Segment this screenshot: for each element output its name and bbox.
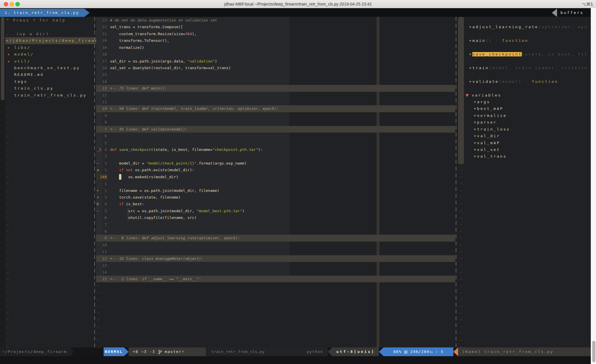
token: val_set = QuerySet(root=val_dir, transfo…	[110, 66, 231, 70]
fold-line-12[interactable]: 12+-- 15 lines: class AverageMeter(objec…	[0, 255, 455, 262]
code-line-20[interactable]: 20 transforms.ToTensor(),	[0, 37, 455, 44]
code-line-3[interactable]: 3+ torch.save(state, filename)	[0, 194, 455, 201]
blank-line-10[interactable]: 10	[0, 242, 455, 248]
window-separator-right[interactable]	[456, 17, 456, 347]
line-text: val_set = QuerySet(root=val_dir, transfo…	[110, 65, 231, 71]
tab-active[interactable]: 1. train_retr_from_cls.py	[0, 9, 84, 17]
tagbar-variable-best_mAP[interactable]: +best_mAP	[474, 105, 503, 112]
tagbar-function-2[interactable]: +save_checkpoint(state, is_best, fil>	[469, 51, 588, 58]
tag-name-highlighted: save_checkpoint	[472, 52, 522, 56]
blank-line-8[interactable]: 8	[0, 119, 455, 126]
code-line-6[interactable]: 6 shutil.copyfile(filename, src)	[0, 214, 455, 221]
code-line-16[interactable]: 16val_set = QuerySet(root=val_dir, trans…	[0, 65, 455, 71]
tagbar-variable-normalize[interactable]: +normalize	[474, 112, 507, 119]
command-line[interactable]	[0, 356, 596, 364]
blank-line-12[interactable]: 12	[0, 92, 455, 99]
blank-line-8[interactable]: 8	[0, 228, 455, 235]
titlebar[interactable]: jdhao-MBP.local ~/Projects/deep_firearm/…	[0, 0, 596, 8]
blank-line-18[interactable]: 18	[0, 51, 455, 58]
code-line-246[interactable]: 246 os.makedirs(model_dir)	[0, 174, 455, 180]
tag-name: +adjust_learning_rate	[469, 25, 538, 29]
tag-separator: :	[492, 38, 502, 43]
line-number: 18	[96, 51, 107, 58]
blank-line-14[interactable]: 14	[0, 78, 455, 85]
colon-separator: :	[435, 349, 438, 354]
token: def	[110, 147, 117, 152]
tagbar-variable-args[interactable]: +args	[474, 99, 490, 105]
token: normalize])	[110, 45, 144, 50]
blank-line-11[interactable]: 11	[0, 99, 455, 105]
line-number: 10	[96, 105, 107, 112]
tagbar-panel: +adjust_learning_rate(optimizer, epo>+ma…	[457, 17, 591, 347]
line-number: 23	[96, 17, 107, 24]
scroll-percent: 86%	[393, 349, 402, 354]
token: transforms.ToTensor(),	[110, 38, 169, 43]
blank-line-14[interactable]: 14	[0, 269, 455, 276]
filler-tilde: ~	[97, 310, 100, 316]
line-text: os.makedirs(model_dir)	[110, 174, 178, 180]
code-line-5[interactable]: 5~ src = os.path.join(model_dir, "model_…	[0, 208, 455, 214]
code-line-4[interactable]: 4b if is_best:	[0, 201, 455, 207]
line-text: src = os.path.join(model_dir, "model_bes…	[110, 208, 244, 214]
blank-line-11[interactable]: 11	[0, 248, 455, 255]
token	[124, 168, 126, 172]
blank-line-15[interactable]: 15	[0, 71, 455, 78]
filler-tilde: ~	[460, 201, 462, 207]
tab-shortcut-hint: ⌥⌘1	[582, 0, 593, 8]
blank-line-3[interactable]: 3	[0, 153, 455, 160]
tagbar-function-0[interactable]: +adjust_learning_rate(optimizer, epo>	[469, 24, 588, 30]
tagbar-variable-train_loss[interactable]: +train_loss	[474, 126, 510, 133]
code-line-21[interactable]: 21 custom_transform.Resize(size=384),	[0, 31, 455, 37]
line-number: 7	[96, 126, 107, 133]
tagbar-variable-val_set[interactable]: +val_set	[474, 146, 500, 153]
blank-line-1[interactable]: 1	[0, 180, 455, 187]
main-scrollbar-track[interactable]	[591, 8, 596, 364]
blank-line-7[interactable]: 7	[0, 221, 455, 228]
line-number: 13	[96, 85, 107, 92]
token: ):	[258, 147, 263, 152]
line-text: filename = os.path.join(model_dir, filen…	[110, 187, 219, 194]
tagbar-section-variables[interactable]: ▼ variables	[466, 92, 501, 99]
token	[121, 175, 128, 179]
token: )	[215, 59, 217, 63]
code-line-2[interactable]: 2~ model_dir = "model/check_point/{}".fo…	[0, 160, 455, 167]
fold-line-15[interactable]: 15+-- 2 lines: if __name__ == "__main__"…	[0, 276, 455, 282]
code-line-19[interactable]: 19 normalize])	[0, 44, 455, 51]
tagbar-variable-val_trans[interactable]: +val_trans	[474, 153, 507, 160]
tag-kind: function	[502, 38, 528, 43]
filler-tilde: ~	[460, 248, 462, 255]
code-line-1[interactable]: 1a if not os.path.exists(model_dir):	[0, 167, 455, 173]
blank-line-13[interactable]: 13	[0, 262, 455, 269]
code-line-2[interactable]: 2+ filename = os.path.join(model_dir, fi…	[0, 187, 455, 194]
tagbar-function-1[interactable]: +main() : function	[469, 37, 528, 44]
filler-tilde: ~	[460, 337, 462, 344]
fold-line-13[interactable]: 13+-- 73 lines: def main():	[0, 85, 455, 92]
code-line-4[interactable]: 4_3def save_checkpoint(state, is_best, f…	[0, 146, 455, 153]
tagbar-variable-val_mAP[interactable]: +val_mAP	[474, 140, 500, 146]
filler-tilde: ~	[460, 344, 462, 347]
token: {}	[190, 161, 194, 165]
code-line-23[interactable]: 23# do not do data augmentation on valid…	[0, 17, 455, 24]
line-text: # do not do data augmentation on validat…	[110, 17, 217, 24]
fold-line-9[interactable]: 9+-- 9 lines: def adjust_learning_rate(o…	[0, 235, 455, 241]
tagbar-variable-parser[interactable]: +parser	[474, 119, 497, 126]
git-hunk-counts: +8 ~3 -3	[133, 349, 155, 354]
fold-line-7[interactable]: 7+-- 35 lines: def validate(model):	[0, 126, 455, 133]
code-line-17[interactable]: 17val_dir = os.path.join(args.data, "val…	[0, 58, 455, 65]
tagbar-function-4[interactable]: +validate(model) : function	[469, 78, 558, 85]
tag-name: +args	[474, 100, 490, 104]
code-line-22[interactable]: 22val_trans = transforms.Compose([	[0, 24, 455, 30]
buffers-arrow-icon	[552, 9, 557, 17]
tagbar-variable-val_dir[interactable]: +val_dir	[474, 133, 500, 139]
filler-tilde: ~	[97, 296, 100, 303]
fold-line-10[interactable]: 10+-- 50 lines: def train(model, train_l…	[0, 105, 455, 112]
line-number: 17	[96, 58, 107, 65]
filler-tilde: ~	[460, 289, 462, 296]
blank-line-9[interactable]: 9	[0, 112, 455, 119]
line-number: 12	[96, 255, 107, 262]
token: +-- 2 lines: if __name__ == "__main__":	[110, 277, 201, 281]
main-scrollbar-thumb[interactable]	[592, 341, 595, 362]
blank-line-5[interactable]: 5	[0, 140, 455, 146]
blank-line-6[interactable]: 6	[0, 133, 455, 139]
tagbar-function-3[interactable]: +train(model, train_loader, criterio>	[469, 65, 588, 71]
